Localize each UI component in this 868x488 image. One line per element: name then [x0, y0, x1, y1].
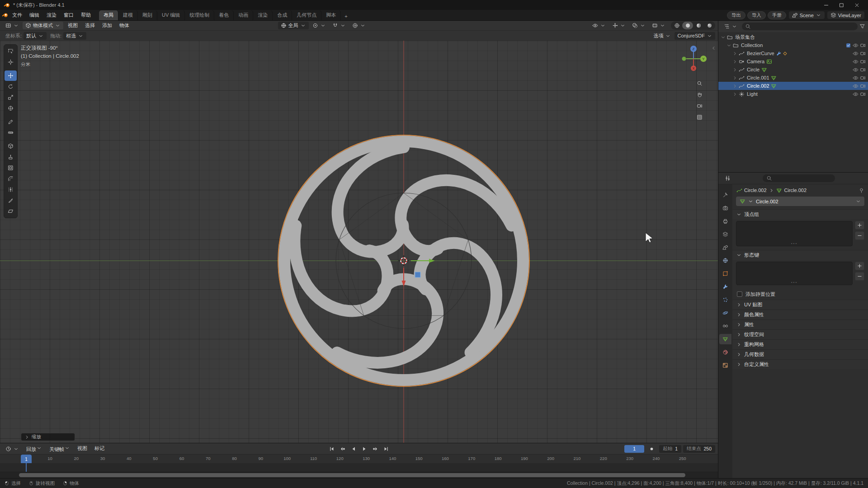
- drag-setting-dropdown[interactable]: 框选: [63, 32, 86, 40]
- grid-toggle-button[interactable]: [697, 114, 703, 120]
- tool-select-box[interactable]: [5, 46, 17, 56]
- viewport-menu-view[interactable]: 视图: [64, 21, 81, 30]
- workspace-tab-layout[interactable]: 布局: [99, 10, 118, 20]
- disable-in-render-toggle[interactable]: [860, 91, 866, 97]
- hide-in-viewport-toggle[interactable]: [853, 51, 859, 56]
- tool-bevel[interactable]: [5, 174, 17, 184]
- editor-type-button[interactable]: [722, 175, 733, 182]
- timeline-menu-view[interactable]: 视图: [74, 444, 91, 454]
- editor-type-button[interactable]: [3, 446, 22, 452]
- properties-tab-particles[interactable]: [719, 295, 731, 305]
- exclude-checkbox[interactable]: [845, 42, 851, 48]
- timeline-ruler[interactable]: 1 10203040506070809010011012013014015016…: [0, 454, 718, 463]
- breadcrumb-item[interactable]: Circle.002: [736, 188, 767, 193]
- properties-tab-constraints[interactable]: [719, 321, 731, 331]
- tool-cursor[interactable]: [5, 57, 17, 67]
- manual-button[interactable]: 手册: [768, 11, 786, 19]
- tool-extrude[interactable]: [5, 152, 17, 162]
- shape-keys-list[interactable]: •••: [736, 262, 853, 285]
- tool-rotate[interactable]: [5, 81, 17, 92]
- disable-in-render-toggle[interactable]: [860, 67, 866, 73]
- next-keyframe-button[interactable]: [370, 445, 381, 453]
- panel-color-attributes[interactable]: 颜色属性: [732, 310, 868, 319]
- workspace-tab-geometry-nodes[interactable]: 几何节点: [292, 10, 321, 20]
- maximize-button[interactable]: [834, 0, 849, 10]
- tool-scale[interactable]: [5, 92, 17, 103]
- options-dropdown[interactable]: 选项: [651, 32, 674, 40]
- outliner-item-circle[interactable]: Circle: [718, 66, 868, 74]
- expand-toggle[interactable]: [732, 51, 738, 56]
- sidebar-toggle-icon[interactable]: [711, 45, 717, 51]
- disable-in-render-toggle[interactable]: [860, 83, 866, 89]
- remove-shape-key-button[interactable]: [855, 272, 864, 281]
- breadcrumb-item[interactable]: Circle.002: [776, 188, 807, 193]
- workspace-tab-sculpting[interactable]: 雕刻: [138, 10, 157, 20]
- current-frame-marker[interactable]: 1: [21, 455, 32, 464]
- workspace-tab-compositing[interactable]: 合成: [273, 10, 292, 20]
- properties-tab-world[interactable]: [719, 255, 731, 266]
- viewlayer-selector[interactable]: ViewLayer: [827, 11, 864, 19]
- expand-toggle[interactable]: [732, 75, 738, 81]
- expand-toggle[interactable]: [726, 42, 732, 48]
- expand-toggle[interactable]: [720, 34, 726, 40]
- workspace-tab-scripting[interactable]: 脚本: [321, 10, 341, 20]
- tool-measure[interactable]: [5, 127, 17, 138]
- scrollbar-thumb[interactable]: [19, 473, 685, 477]
- viewport-menu-add[interactable]: 添加: [99, 21, 116, 30]
- hide-in-viewport-toggle[interactable]: [853, 75, 859, 81]
- properties-tab-scene[interactable]: [719, 242, 731, 253]
- panel-custom-properties[interactable]: 自定义属性: [732, 359, 868, 369]
- hide-in-viewport-toggle[interactable]: [853, 42, 859, 48]
- viewport-menu-object[interactable]: 物体: [116, 21, 133, 30]
- scene-selector[interactable]: Scene: [789, 11, 825, 19]
- menu-window[interactable]: 窗口: [60, 11, 77, 19]
- properties-tab-tool[interactable]: [719, 190, 731, 200]
- outliner-item-camera[interactable]: Camera: [718, 57, 868, 66]
- properties-tab-texture[interactable]: [719, 360, 731, 371]
- tool-shear[interactable]: [5, 206, 17, 216]
- magnet-button[interactable]: [330, 22, 349, 29]
- tool-transform[interactable]: [5, 103, 17, 113]
- outliner-item-circle-002[interactable]: Circle.002: [718, 82, 868, 90]
- play-button[interactable]: [359, 445, 370, 453]
- frame-end-field[interactable]: 结束点 250: [683, 445, 715, 453]
- gizmo-toggle[interactable]: [609, 22, 628, 29]
- properties-tab-data[interactable]: [719, 334, 731, 344]
- timeline-tracks[interactable]: [0, 463, 718, 472]
- pin-icon[interactable]: [859, 188, 864, 193]
- expand-toggle[interactable]: [732, 91, 738, 97]
- minimize-button[interactable]: [818, 0, 834, 10]
- datablock-name-field[interactable]: Circle.002: [736, 197, 864, 206]
- workspace-tab-animation[interactable]: 动画: [234, 10, 253, 20]
- properties-tab-object[interactable]: [719, 268, 731, 279]
- viewport-3d[interactable]: 正交顶视图 -90° (1) Collection | Circle.002 分…: [0, 41, 718, 443]
- expand-toggle[interactable]: [732, 59, 738, 65]
- outliner-item-beziercurve[interactable]: BezierCurve: [718, 49, 868, 57]
- panel-uv-maps[interactable]: UV 贴图: [732, 300, 868, 310]
- shading-rendered-button[interactable]: [704, 22, 715, 29]
- timeline-menu-marker[interactable]: 标记: [91, 444, 108, 454]
- expand-toggle[interactable]: [732, 83, 738, 89]
- outliner-search-input[interactable]: [742, 23, 858, 30]
- panel-geometry-data[interactable]: 几何数据: [732, 349, 868, 359]
- menu-edit[interactable]: 编辑: [26, 11, 43, 19]
- blender-menu-icon[interactable]: [2, 12, 9, 19]
- properties-tab-render[interactable]: [719, 203, 731, 213]
- filter-icon[interactable]: [859, 23, 865, 29]
- outliner-item-light[interactable]: Light: [718, 90, 868, 98]
- editor-type-button[interactable]: [721, 23, 740, 30]
- viewport-menu-select[interactable]: 选择: [81, 21, 99, 30]
- jump-start-button[interactable]: [327, 445, 337, 453]
- properties-tab-physics[interactable]: [719, 308, 731, 318]
- disable-in-render-toggle[interactable]: [860, 42, 866, 48]
- workspace-tab-rendering[interactable]: 渲染: [253, 10, 273, 20]
- current-frame-field[interactable]: 1: [624, 445, 644, 453]
- transform-orientation-dropdown[interactable]: 全局: [278, 22, 309, 29]
- timeline-menu-playback[interactable]: 回放: [23, 444, 46, 454]
- timeline-menu-keys[interactable]: 关键帧: [46, 444, 74, 454]
- list-resize-grip[interactable]: •••: [791, 241, 797, 245]
- mode-dropdown[interactable]: 物体模式: [23, 22, 63, 29]
- editor-type-button[interactable]: [3, 22, 22, 29]
- panel-vertex-groups[interactable]: 顶点组: [732, 209, 868, 219]
- tool-knife[interactable]: [5, 195, 17, 206]
